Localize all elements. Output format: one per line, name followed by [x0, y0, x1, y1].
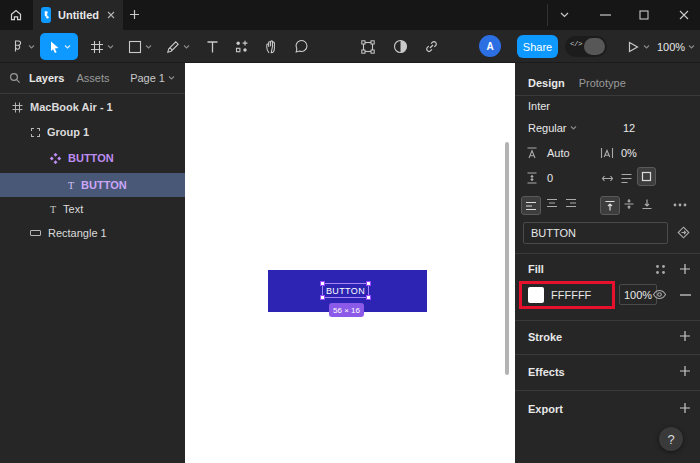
font-family-value[interactable]: Inter — [528, 100, 550, 112]
search-icon[interactable] — [9, 72, 21, 84]
pen-tool-button[interactable] — [162, 30, 194, 63]
window-maximize-icon[interactable] — [639, 10, 649, 20]
figma-file-icon — [41, 7, 51, 23]
text-content-input[interactable]: BUTTON — [523, 222, 668, 244]
component-icon — [50, 153, 61, 164]
code-icon: </> — [570, 40, 582, 48]
link-button[interactable] — [418, 30, 444, 63]
stroke-add-icon[interactable] — [679, 330, 691, 342]
effects-add-icon[interactable] — [679, 365, 691, 377]
fill-styles-icon[interactable] — [655, 264, 666, 275]
move-tool-button[interactable] — [40, 33, 78, 60]
text-selection-box[interactable]: BUTTON — [322, 283, 369, 298]
titlebar: Untitled — [0, 0, 700, 30]
link-icon — [424, 39, 439, 54]
tab-assets[interactable]: Assets — [76, 72, 109, 84]
fill-add-icon[interactable] — [679, 263, 691, 275]
window-minimize-icon[interactable] — [600, 14, 611, 16]
mask-icon — [393, 39, 408, 54]
tab-title: Untitled — [58, 9, 99, 21]
layer-row-text-selected[interactable]: T BUTTON — [0, 173, 185, 197]
present-button[interactable] — [622, 30, 654, 63]
layer-row-frame[interactable]: MacBook Air - 1 — [0, 95, 185, 119]
line-height-control[interactable]: Auto — [525, 146, 570, 160]
auto-height-icon[interactable] — [620, 173, 633, 184]
align-top-icon[interactable] — [600, 196, 620, 215]
tab-design[interactable]: Design — [528, 77, 565, 89]
text-align-right-icon[interactable] — [565, 198, 577, 208]
selection-handle[interactable] — [320, 295, 325, 300]
effects-section-title: Effects — [528, 366, 565, 378]
fill-section-title: Fill — [528, 263, 544, 275]
page-selector[interactable]: Page 1 — [130, 72, 175, 84]
comment-icon — [294, 39, 309, 54]
selection-handle[interactable] — [320, 281, 325, 286]
text-align-left-icon[interactable] — [521, 196, 541, 215]
hand-tool-button[interactable] — [258, 30, 284, 63]
letter-spacing-control[interactable]: 0% — [600, 146, 637, 160]
layer-row-component[interactable]: BUTTON — [0, 146, 185, 170]
play-icon — [626, 40, 640, 54]
fill-remove-icon[interactable] — [680, 294, 691, 296]
comment-tool-button[interactable] — [288, 30, 314, 63]
layer-row-rectangle[interactable]: Rectangle 1 — [0, 221, 185, 245]
edit-object-button[interactable] — [355, 30, 381, 63]
text-align-center-icon[interactable] — [546, 198, 558, 208]
tab-close-icon[interactable] — [107, 11, 115, 19]
frame-tool-button[interactable] — [86, 30, 118, 63]
figma-logo-icon — [10, 39, 25, 54]
fill-visibility-eye-icon[interactable] — [652, 289, 667, 300]
home-icon[interactable] — [9, 8, 23, 22]
design-panel: Design Prototype Inter Regular 12 Auto 0… — [515, 63, 700, 463]
zoom-menu-button[interactable]: 100% — [655, 30, 697, 63]
align-middle-icon[interactable] — [623, 198, 635, 210]
layer-row-group[interactable]: Group 1 — [0, 120, 185, 144]
tab-prototype[interactable]: Prototype — [579, 77, 626, 89]
align-bottom-icon[interactable] — [641, 198, 653, 210]
figma-window: Untitled — [0, 0, 700, 463]
layers-panel: Layers Assets Page 1 MacBook Air - 1 Gro… — [0, 63, 185, 463]
actions-tool-button[interactable] — [228, 30, 254, 63]
rectangle-icon — [128, 40, 142, 54]
dev-mode-toggle[interactable]: </> — [565, 36, 607, 57]
line-height-icon — [525, 146, 539, 160]
canvas-scrollbar[interactable] — [505, 142, 509, 375]
toggle-knob — [584, 38, 605, 55]
paragraph-spacing-icon — [525, 171, 539, 185]
edit-object-icon — [360, 39, 376, 55]
selection-handle[interactable] — [366, 295, 371, 300]
shape-tool-button[interactable] — [124, 30, 156, 63]
mask-button[interactable] — [387, 30, 413, 63]
text-style-icon[interactable] — [676, 225, 691, 240]
text-tool-button[interactable] — [200, 30, 224, 63]
toolbar: A Share </> 100% — [0, 30, 700, 63]
document-tab[interactable]: Untitled — [33, 0, 123, 30]
cursor-icon — [48, 40, 61, 54]
hand-icon — [264, 39, 278, 54]
font-size-value[interactable]: 12 — [623, 122, 635, 134]
export-add-icon[interactable] — [679, 402, 691, 414]
new-tab-icon[interactable] — [129, 9, 140, 20]
size-badge: 56 × 16 — [329, 303, 364, 317]
main-menu-button[interactable] — [6, 30, 38, 63]
layer-row-text[interactable]: T Text — [0, 197, 185, 221]
actions-icon — [234, 39, 249, 54]
share-button[interactable]: Share — [517, 35, 558, 58]
font-weight-selector[interactable]: Regular — [528, 122, 577, 134]
export-section-title: Export — [528, 403, 563, 415]
text-icon — [206, 40, 219, 54]
tab-layers[interactable]: Layers — [29, 72, 64, 84]
more-options-icon[interactable] — [673, 203, 687, 207]
paragraph-spacing-control[interactable]: 0 — [525, 171, 553, 185]
rectangle-layer-icon — [30, 230, 41, 236]
red-annotation-box — [519, 281, 615, 309]
canvas[interactable]: BUTTON 56 × 16 — [185, 63, 515, 463]
avatar[interactable]: A — [479, 35, 501, 57]
fixed-size-icon[interactable] — [637, 167, 656, 186]
selection-handle[interactable] — [366, 281, 371, 286]
window-close-icon[interactable] — [679, 10, 689, 20]
auto-width-icon[interactable] — [601, 173, 614, 184]
help-button[interactable]: ? — [659, 427, 683, 451]
window-menu-chevron-icon[interactable] — [559, 11, 570, 19]
button-rectangle[interactable]: BUTTON 56 × 16 — [268, 270, 427, 312]
